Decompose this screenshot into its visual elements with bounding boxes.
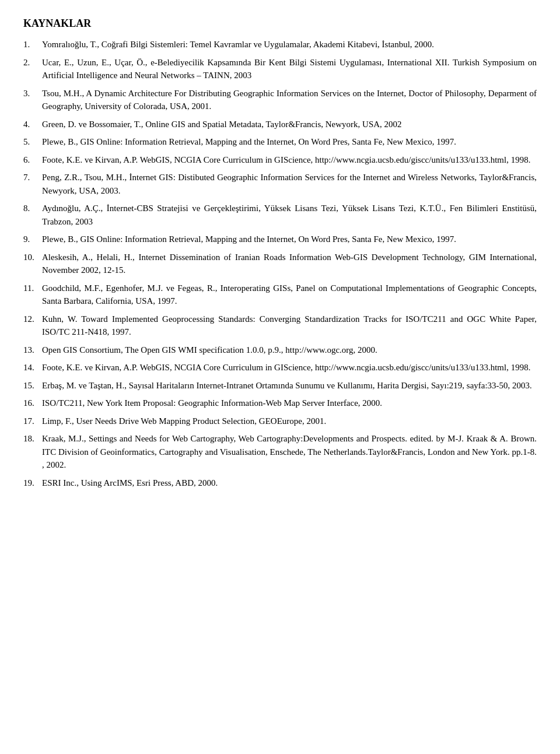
ref-number: 19. <box>23 476 42 490</box>
ref-text: Yomralıoğlu, T., Coğrafi Bilgi Sistemler… <box>42 38 537 51</box>
list-item: 1.Yomralıoğlu, T., Coğrafi Bilgi Sisteml… <box>23 38 537 51</box>
ref-text: Limp, F., User Needs Drive Web Mapping P… <box>42 415 537 428</box>
ref-text: Aleskesih, A., Helali, H., Internet Diss… <box>42 251 537 277</box>
list-item: 7.Peng, Z.R., Tsou, M.H., İnternet GIS: … <box>23 171 537 197</box>
ref-text: Green, D. ve Bossomaier, T., Online GIS … <box>42 118 537 131</box>
list-item: 4.Green, D. ve Bossomaier, T., Online GI… <box>23 118 537 131</box>
ref-text: Goodchild, M.F., Egenhofer, M.J. ve Fege… <box>42 282 537 308</box>
ref-text: ISO/TC211, New York Item Proposal: Geogr… <box>42 397 537 410</box>
list-item: 5.Plewe, B., GIS Online: Information Ret… <box>23 135 537 149</box>
ref-number: 17. <box>23 415 42 428</box>
list-item: 9.Plewe, B., GIS Online: Information Ret… <box>23 233 537 246</box>
ref-number: 5. <box>23 135 42 149</box>
ref-number: 2. <box>23 56 42 82</box>
page-content: KAYNAKLAR 1.Yomralıoğlu, T., Coğrafi Bil… <box>23 17 537 489</box>
ref-number: 9. <box>23 233 42 246</box>
list-item: 11.Goodchild, M.F., Egenhofer, M.J. ve F… <box>23 282 537 308</box>
ref-text: Foote, K.E. ve Kirvan, A.P. WebGIS, NCGI… <box>42 153 537 167</box>
list-item: 3.Tsou, M.H., A Dynamic Architecture For… <box>23 87 537 113</box>
list-item: 14.Foote, K.E. ve Kirvan, A.P. WebGIS, N… <box>23 361 537 374</box>
ref-number: 16. <box>23 397 42 410</box>
ref-text: Erbaş, M. ve Taştan, H., Sayısal Harital… <box>42 379 537 392</box>
ref-number: 12. <box>23 313 42 339</box>
ref-text: Peng, Z.R., Tsou, M.H., İnternet GIS: Di… <box>42 171 537 197</box>
list-item: 6.Foote, K.E. ve Kirvan, A.P. WebGIS, NC… <box>23 153 537 167</box>
ref-text: Tsou, M.H., A Dynamic Architecture For D… <box>42 87 537 113</box>
list-item: 8.Aydınoğlu, A.Ç., İnternet-CBS Strateji… <box>23 202 537 228</box>
ref-number: 13. <box>23 343 42 357</box>
ref-number: 8. <box>23 202 42 228</box>
list-item: 10.Aleskesih, A., Helali, H., Internet D… <box>23 251 537 277</box>
references-list: 1.Yomralıoğlu, T., Coğrafi Bilgi Sisteml… <box>23 38 537 489</box>
ref-text: Foote, K.E. ve Kirvan, A.P. WebGIS, NCGI… <box>42 361 537 374</box>
ref-text: Kuhn, W. Toward Implemented Geoprocessin… <box>42 313 537 339</box>
ref-number: 6. <box>23 153 42 167</box>
ref-text: ESRI Inc., Using ArcIMS, Esri Press, ABD… <box>42 476 537 490</box>
ref-number: 11. <box>23 282 42 308</box>
ref-text: Ucar, E., Uzun, E., Uçar, Ö., e-Belediye… <box>42 56 537 82</box>
ref-number: 10. <box>23 251 42 277</box>
ref-number: 15. <box>23 379 42 392</box>
list-item: 2.Ucar, E., Uzun, E., Uçar, Ö., e-Beledi… <box>23 56 537 82</box>
list-item: 12.Kuhn, W. Toward Implemented Geoproces… <box>23 313 537 339</box>
ref-number: 4. <box>23 118 42 131</box>
ref-text: Plewe, B., GIS Online: Information Retri… <box>42 135 537 149</box>
list-item: 13.Open GIS Consortium, The Open GIS WMI… <box>23 343 537 357</box>
ref-number: 3. <box>23 87 42 113</box>
ref-text: Open GIS Consortium, The Open GIS WMI sp… <box>42 343 537 357</box>
ref-number: 14. <box>23 361 42 374</box>
section-title: KAYNAKLAR <box>23 17 537 30</box>
ref-number: 18. <box>23 432 42 472</box>
ref-text: Kraak, M.J., Settings and Needs for Web … <box>42 432 537 472</box>
ref-text: Plewe, B., GIS Online: Information Retri… <box>42 233 537 246</box>
list-item: 19.ESRI Inc., Using ArcIMS, Esri Press, … <box>23 476 537 490</box>
list-item: 18.Kraak, M.J., Settings and Needs for W… <box>23 432 537 472</box>
ref-number: 7. <box>23 171 42 197</box>
list-item: 17.Limp, F., User Needs Drive Web Mappin… <box>23 415 537 428</box>
list-item: 15.Erbaş, M. ve Taştan, H., Sayısal Hari… <box>23 379 537 392</box>
ref-number: 1. <box>23 38 42 51</box>
ref-text: Aydınoğlu, A.Ç., İnternet-CBS Stratejisi… <box>42 202 537 228</box>
list-item: 16.ISO/TC211, New York Item Proposal: Ge… <box>23 397 537 410</box>
